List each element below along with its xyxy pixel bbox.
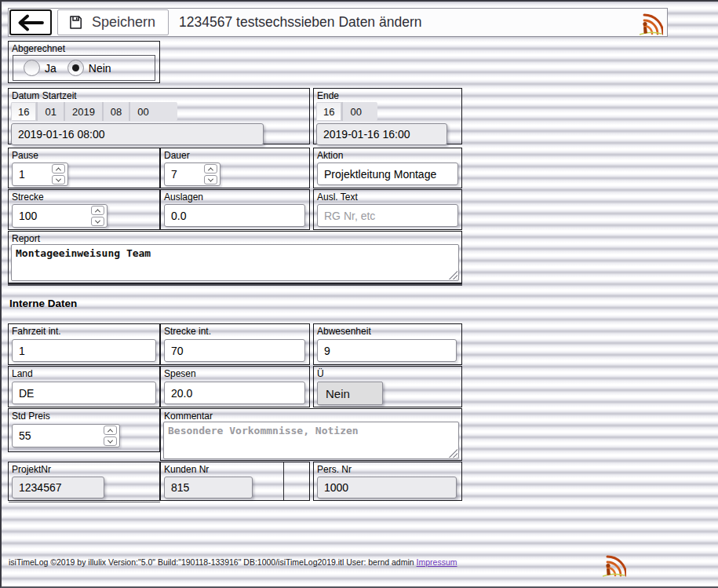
ende-datetime-display[interactable] xyxy=(316,123,447,145)
chevron-down-icon xyxy=(108,437,113,443)
abgerechnet-section: Abgerechnet Ja Nein xyxy=(8,41,160,83)
start-seg-hour[interactable]: 08 xyxy=(102,102,129,121)
ue-label: Ü xyxy=(317,368,324,379)
ende-seg-hour[interactable]: 16 xyxy=(316,102,341,121)
strecke-int-input[interactable] xyxy=(164,339,305,362)
persnr-display[interactable] xyxy=(317,477,457,499)
chevron-up-icon xyxy=(208,167,213,173)
auslagen-input[interactable] xyxy=(164,204,305,227)
strecke-input[interactable] xyxy=(13,206,91,226)
std-preis-section: Std Preis xyxy=(8,408,160,452)
aktion-label: Aktion xyxy=(317,150,343,161)
floppy-disk-icon xyxy=(67,14,84,31)
strecke-increment-button[interactable] xyxy=(91,206,104,215)
radio-nein[interactable] xyxy=(67,60,84,76)
save-button[interactable]: Speichern xyxy=(57,9,169,35)
start-label: Datum Startzeit xyxy=(12,90,77,101)
cell-divider xyxy=(283,462,284,500)
impressum-link[interactable]: Impressum xyxy=(417,557,457,567)
start-seg-year[interactable]: 2019 xyxy=(64,102,102,121)
std-preis-input[interactable] xyxy=(13,425,104,446)
abwesenheit-input[interactable] xyxy=(317,339,457,362)
chevron-up-icon xyxy=(108,429,113,434)
form-bottom-line xyxy=(9,502,160,502)
std-preis-label: Std Preis xyxy=(12,411,50,422)
strecke-label: Strecke xyxy=(12,192,44,203)
projektnr-display[interactable] xyxy=(12,477,104,499)
app-window: Speichern 1234567 testsechssieben Daten … xyxy=(0,0,718,588)
start-seg-minute[interactable]: 00 xyxy=(129,102,155,121)
ende-segments: 16 00 xyxy=(316,102,377,121)
strecke-section: Strecke xyxy=(8,189,160,230)
std-preis-increment-button[interactable] xyxy=(104,425,117,435)
strecke-decrement-button[interactable] xyxy=(91,217,104,226)
ue-toggle-button[interactable]: Nein xyxy=(317,382,383,405)
ende-label: Ende xyxy=(317,90,339,101)
ende-section: Ende 16 00 xyxy=(313,88,462,144)
aktion-section: Aktion xyxy=(313,148,462,188)
kommentar-section: Kommentar xyxy=(160,408,462,461)
report-section: Report Montageeinweisung Team xyxy=(8,231,462,283)
interne-daten-heading: Interne Daten xyxy=(9,298,77,309)
auslagen-section: Auslagen xyxy=(160,189,310,230)
pause-section: Pause xyxy=(8,148,160,188)
chevron-up-icon xyxy=(56,167,61,173)
ende-seg-tail xyxy=(369,102,377,121)
kundennr-section: Kunden Nr xyxy=(160,462,310,501)
ende-seg-minute[interactable]: 00 xyxy=(341,102,368,121)
kundennr-label: Kunden Nr xyxy=(164,464,209,475)
start-seg-month[interactable]: 01 xyxy=(36,102,63,121)
back-button[interactable] xyxy=(9,9,52,35)
radio-ja-label: Ja xyxy=(45,62,56,75)
spesen-section: Spesen xyxy=(160,366,310,407)
ue-section: Ü Nein xyxy=(313,366,462,407)
ausl-text-section: Ausl. Text xyxy=(313,189,462,230)
spesen-input[interactable] xyxy=(164,382,305,404)
chevron-down-icon xyxy=(208,176,213,181)
back-arrow-icon xyxy=(16,14,45,31)
chevron-up-icon xyxy=(95,209,100,214)
strecke-stepper xyxy=(12,204,108,228)
abwesenheit-label: Abwesenheit xyxy=(317,326,371,337)
dauer-stepper xyxy=(164,163,221,186)
pause-increment-button[interactable] xyxy=(52,164,65,173)
strecke-int-section: Strecke int. xyxy=(160,323,310,365)
dauer-decrement-button[interactable] xyxy=(204,175,217,184)
pause-stepper xyxy=(12,163,68,186)
pause-decrement-button[interactable] xyxy=(52,175,65,184)
projektnr-label: ProjektNr xyxy=(12,464,51,475)
abgerechnet-radio-group: Ja Nein xyxy=(13,55,155,81)
dauer-increment-button[interactable] xyxy=(204,164,217,173)
report-textarea-wrap: Montageeinweisung Team xyxy=(11,244,459,281)
abwesenheit-section: Abwesenheit xyxy=(313,323,462,365)
footer-info: isiTimeLog ©2019 by illulix Version:"5.0… xyxy=(9,557,457,567)
kommentar-label: Kommentar xyxy=(164,411,213,422)
start-section: Datum Startzeit 16 01 2019 08 00 xyxy=(8,88,310,144)
ausl-text-input[interactable] xyxy=(317,204,458,227)
projektnr-section: ProjektNr xyxy=(8,462,160,501)
report-label: Report xyxy=(12,233,40,244)
chevron-down-icon xyxy=(56,176,61,181)
start-seg-day[interactable]: 16 xyxy=(11,102,36,121)
kommentar-textarea-wrap xyxy=(163,422,459,459)
radio-ja[interactable] xyxy=(24,60,40,76)
dauer-input[interactable] xyxy=(165,164,204,184)
land-label: Land xyxy=(12,368,33,379)
std-preis-decrement-button[interactable] xyxy=(104,436,117,446)
aktion-input[interactable] xyxy=(317,163,458,185)
kundennr-display[interactable] xyxy=(164,477,253,499)
fahrzeit-input[interactable] xyxy=(12,339,156,362)
report-textarea[interactable]: Montageeinweisung Team xyxy=(11,244,459,281)
spesen-label: Spesen xyxy=(164,368,196,379)
start-date-segments: 16 01 2019 08 00 xyxy=(11,102,177,121)
kommentar-textarea[interactable] xyxy=(163,422,459,459)
pause-input[interactable] xyxy=(13,164,52,184)
dauer-section: Dauer xyxy=(160,148,310,188)
strecke-int-label: Strecke int. xyxy=(164,326,211,337)
illulix-logo-icon xyxy=(640,10,663,40)
start-datetime-display[interactable] xyxy=(11,123,264,145)
page-title: 1234567 testsechssieben Daten ändern xyxy=(179,14,421,31)
land-input[interactable] xyxy=(12,382,156,404)
chevron-down-icon xyxy=(95,217,100,223)
auslagen-label: Auslagen xyxy=(164,192,203,203)
